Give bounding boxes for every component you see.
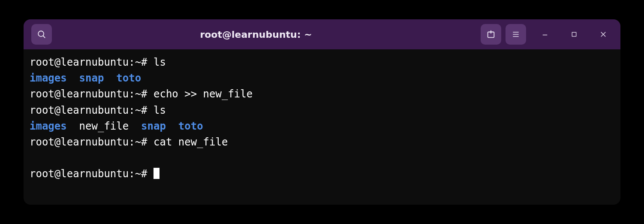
command-text: echo >> new_file: [153, 88, 253, 100]
terminal-line: images snap toto: [30, 70, 614, 86]
prompt: root@learnubuntu:~#: [30, 104, 153, 116]
terminal-line: root@learnubuntu:~# ls: [30, 54, 614, 70]
prompt: root@learnubuntu:~#: [30, 136, 153, 148]
ls-entry: snap: [141, 120, 166, 132]
terminal-line: images new_file snap toto: [30, 118, 614, 134]
minimize-icon: [541, 30, 549, 38]
terminal-line: root@learnubuntu:~# echo >> new_file: [30, 86, 614, 102]
minimize-button[interactable]: [536, 25, 554, 44]
terminal-window: root@learnubuntu: ~ root@learnubuntu:~# …: [24, 19, 620, 205]
new-tab-button[interactable]: [481, 24, 501, 45]
new-tab-icon: [486, 30, 496, 39]
close-button[interactable]: [594, 25, 613, 44]
maximize-icon: [571, 31, 578, 38]
ls-entry: images: [30, 120, 67, 132]
command-text: cat new_file: [153, 136, 228, 148]
command-text: ls: [153, 56, 166, 68]
terminal-line: root@learnubuntu:~# cat new_file: [30, 134, 614, 150]
ls-entry: toto: [178, 120, 203, 132]
terminal-line: [30, 150, 614, 166]
terminal-body[interactable]: root@learnubuntu:~# lsimages snap totoro…: [24, 49, 620, 205]
prompt: root@learnubuntu:~#: [30, 88, 153, 100]
titlebar: root@learnubuntu: ~: [24, 19, 620, 49]
ls-entry: new_file: [79, 120, 129, 132]
command-text: ls: [153, 104, 166, 116]
cursor: [153, 168, 159, 179]
hamburger-icon: [512, 30, 520, 39]
window-controls: [536, 25, 613, 44]
svg-rect-9: [572, 32, 576, 36]
ls-entry: snap: [79, 72, 104, 84]
ls-entry: toto: [116, 72, 141, 84]
prompt: root@learnubuntu:~#: [30, 56, 153, 68]
close-icon: [599, 30, 607, 38]
maximize-button[interactable]: [565, 25, 584, 44]
window-title: root@learnubuntu: ~: [36, 29, 476, 40]
ls-entry: images: [30, 72, 67, 84]
menu-button[interactable]: [506, 24, 526, 45]
prompt: root@learnubuntu:~#: [30, 168, 153, 180]
terminal-line: root@learnubuntu:~# ls: [30, 103, 614, 118]
terminal-line: root@learnubuntu:~#: [30, 166, 614, 182]
